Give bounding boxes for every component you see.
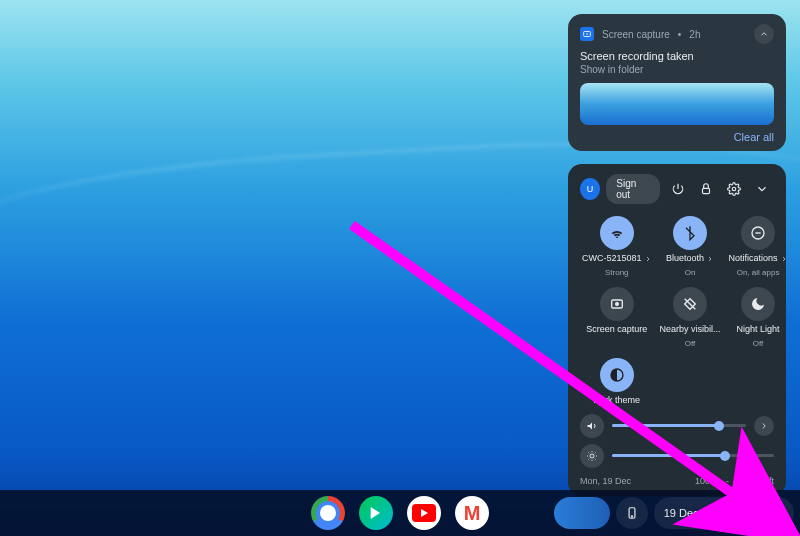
- notification-thumbnail[interactable]: [580, 83, 774, 125]
- play-store-icon[interactable]: [359, 496, 393, 530]
- notification-title: Screen recording taken: [580, 50, 774, 62]
- notification-app-name: Screen capture: [602, 29, 670, 40]
- lock-button[interactable]: [694, 177, 718, 201]
- notification-subtitle[interactable]: Show in folder: [580, 64, 774, 75]
- audio-settings-arrow[interactable]: [754, 416, 774, 436]
- brightness-slider[interactable]: [580, 444, 774, 468]
- notification-card: Screen capture • 2h Screen recording tak…: [568, 14, 786, 151]
- shelf-date: 19 Dec: [664, 507, 699, 519]
- nearby-icon: [673, 287, 707, 321]
- qs-tile-sub: Strong: [605, 268, 629, 277]
- chevron-right-icon: [706, 255, 714, 263]
- qs-tile-bluetooth[interactable]: BluetoothOn: [658, 214, 723, 279]
- chevron-right-icon: [780, 255, 788, 263]
- svg-rect-2: [703, 188, 710, 193]
- qs-tile-sub: On: [685, 268, 696, 277]
- notification-time: 2h: [689, 29, 700, 40]
- shelf-time: 9:46: [707, 507, 728, 519]
- qs-date: Mon, 19 Dec: [580, 476, 631, 486]
- qs-tile-wifi[interactable]: CWC-5215081Strong: [580, 214, 654, 279]
- night-icon: [741, 287, 775, 321]
- qs-battery-percent: 100%: [695, 476, 718, 486]
- svg-point-8: [590, 454, 594, 458]
- qs-tile-capture[interactable]: Screen capture: [580, 285, 654, 350]
- phone-hub-button[interactable]: [616, 497, 648, 529]
- qs-tile-label: CWC-5215081: [582, 254, 642, 264]
- dnd-icon: [741, 216, 775, 250]
- clear-all-button[interactable]: Clear all: [580, 131, 774, 143]
- status-tray[interactable]: 19 Dec 9:46: [654, 497, 794, 529]
- qs-tile-sub: Off: [753, 339, 764, 348]
- darktheme-icon: [600, 358, 634, 392]
- svg-rect-12: [776, 510, 780, 518]
- battery-icon: [772, 507, 784, 519]
- qs-tile-label: Nearby visibil...: [660, 325, 721, 335]
- wifi-icon: [600, 216, 634, 250]
- shelf: M 19 Dec 9:46: [0, 490, 800, 536]
- volume-icon: [580, 414, 604, 438]
- bluetooth-icon: [673, 216, 707, 250]
- qs-tile-nearby[interactable]: Nearby visibil...Off: [658, 285, 723, 350]
- power-button[interactable]: [666, 177, 690, 201]
- expand-button[interactable]: [750, 177, 774, 201]
- qs-tile-night[interactable]: Night LightOff: [727, 285, 790, 350]
- sign-out-button[interactable]: Sign out: [606, 174, 660, 204]
- qs-tile-label: Screen capture: [586, 325, 647, 335]
- dnd-icon: [736, 507, 748, 519]
- settings-button[interactable]: [722, 177, 746, 201]
- wifi-icon: [754, 507, 766, 519]
- qs-tile-label: Notifications: [729, 254, 778, 264]
- quick-settings-panel: U Sign out CWC-5215081StrongBluetoothOnN…: [568, 164, 786, 496]
- qs-tile-label: Night Light: [737, 325, 780, 335]
- qs-tile-sub: Off: [685, 339, 696, 348]
- avatar[interactable]: U: [580, 178, 600, 200]
- qs-battery-time: 18:45 left: [737, 476, 774, 486]
- capture-icon: [600, 287, 634, 321]
- svg-point-6: [615, 303, 618, 306]
- qs-tile-dnd[interactable]: NotificationsOn, all apps: [727, 214, 790, 279]
- brightness-icon: [580, 444, 604, 468]
- tote[interactable]: [554, 497, 610, 529]
- qs-tile-darktheme[interactable]: Dark theme: [580, 356, 654, 408]
- volume-slider[interactable]: [580, 414, 774, 438]
- svg-point-3: [732, 187, 736, 191]
- svg-point-10: [631, 516, 632, 517]
- youtube-icon[interactable]: [407, 496, 441, 530]
- svg-point-1: [586, 33, 588, 35]
- svg-rect-13: [777, 509, 779, 510]
- chrome-icon[interactable]: [311, 496, 345, 530]
- screen-capture-icon: [580, 27, 594, 41]
- gmail-icon[interactable]: M: [455, 496, 489, 530]
- chevron-right-icon: [644, 255, 652, 263]
- qs-tile-label: Bluetooth: [666, 254, 704, 264]
- qs-tile-sub: On, all apps: [737, 268, 780, 277]
- qs-tile-label: Dark theme: [594, 396, 641, 406]
- collapse-button[interactable]: [754, 24, 774, 44]
